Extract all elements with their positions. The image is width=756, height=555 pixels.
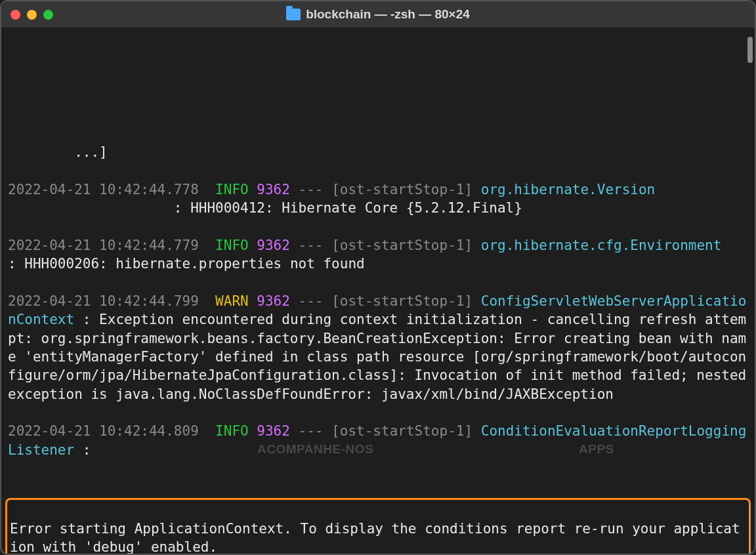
minimize-icon[interactable] bbox=[27, 10, 37, 20]
scrollbar-thumb[interactable] bbox=[747, 37, 753, 63]
log-line: 2022-04-21 10:42:44.799 WARN 9362 --- [o… bbox=[8, 292, 748, 403]
log-line: 2022-04-21 10:42:44.778 INFO 9362 --- [o… bbox=[8, 180, 748, 218]
folder-icon bbox=[286, 9, 301, 20]
log-line: 2022-04-21 10:42:44.779 INFO 9362 --- [o… bbox=[8, 236, 748, 274]
traffic-lights bbox=[10, 10, 53, 20]
close-icon[interactable] bbox=[10, 10, 20, 20]
terminal-window: blockchain — -zsh — 80×24 ACOMPANHE-NOS … bbox=[0, 0, 756, 555]
window-title-text: blockchain — -zsh — 80×24 bbox=[306, 6, 470, 23]
log-line: 2022-04-21 10:42:44.809 INFO 9362 --- [o… bbox=[8, 422, 748, 459]
log-line: Error starting ApplicationContext. To di… bbox=[10, 520, 746, 554]
titlebar[interactable]: blockchain — -zsh — 80×24 bbox=[1, 1, 755, 28]
error-highlight-box: Error starting ApplicationContext. To di… bbox=[5, 498, 751, 554]
terminal-body[interactable]: ACOMPANHE-NOS APPS ...] 2022-04-21 10:42… bbox=[1, 28, 755, 554]
log-line: ...] bbox=[8, 143, 748, 161]
zoom-icon[interactable] bbox=[43, 10, 53, 20]
window-title: blockchain — -zsh — 80×24 bbox=[1, 6, 755, 23]
